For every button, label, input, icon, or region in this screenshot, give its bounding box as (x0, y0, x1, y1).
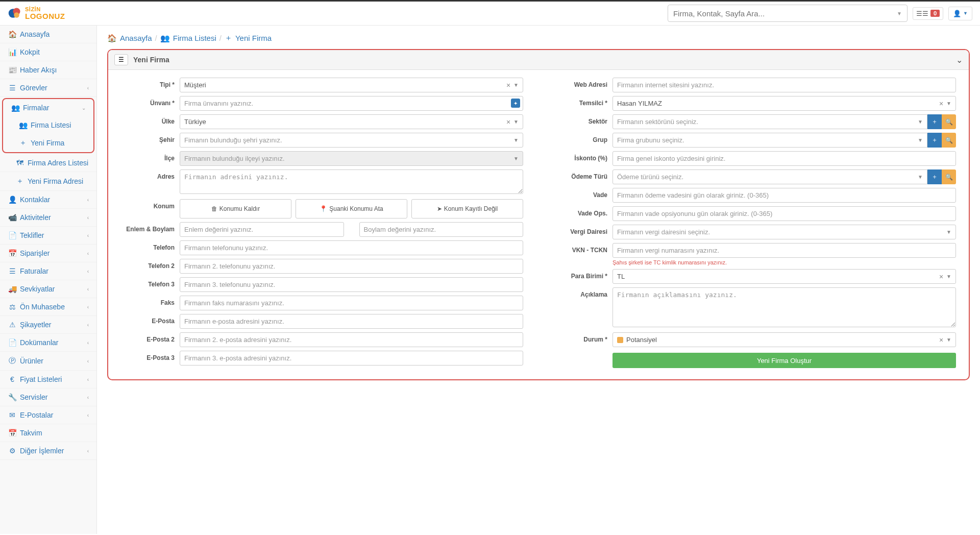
sektor-select[interactable]: Firmanın sektörünü seçiniz.▼ (612, 114, 927, 129)
autofill-icon[interactable]: ✦ (511, 99, 520, 108)
collapse-button[interactable]: ⌄ (956, 55, 963, 65)
sidebar-item[interactable]: ⚖Ön Muhasebe‹ (0, 298, 96, 316)
sidebar-item-label: Şikayetler (20, 321, 51, 329)
chevron-icon: ‹ (87, 85, 89, 91)
global-search[interactable]: ▼ (668, 5, 908, 22)
user-icon: 👤 (953, 10, 961, 17)
odeme-select[interactable]: Ödeme türünü seçiniz.▼ (612, 169, 927, 184)
faks-input[interactable] (180, 296, 523, 310)
adres-textarea[interactable] (180, 169, 523, 194)
notification-button[interactable]: ☰☰ 0 (913, 7, 943, 20)
tipi-select[interactable]: Müşteri × ▼ (180, 78, 523, 92)
eposta3-input[interactable] (180, 351, 523, 366)
temsilci-select[interactable]: Hasan YILMAZ × ▼ (612, 96, 956, 111)
search-icon: 🔍 (945, 137, 953, 144)
sidebar-item[interactable]: 🚚Sevkiyatlar‹ (0, 280, 96, 298)
search-input[interactable] (673, 9, 897, 18)
notification-count: 0 (930, 10, 940, 17)
eposta2-input[interactable] (180, 332, 523, 347)
chevron-down-icon: ▼ (897, 11, 902, 16)
sidebar-item[interactable]: 📅Siparişler‹ (0, 245, 96, 262)
konum-kaldir-button[interactable]: 🗑Konumu Kaldır (180, 199, 291, 218)
sehir-select[interactable]: Fimanın bulunduğu şehri yazınız. ▼ (180, 133, 523, 148)
tasks-icon: ☰ (8, 84, 17, 92)
search-icon: 🔍 (945, 118, 953, 126)
sidebar-item[interactable]: 📊Kokpit (0, 43, 96, 61)
eposta2-label: E-Posta 2 (121, 332, 180, 343)
sektor-label: Sektör (554, 114, 612, 125)
eposta-input[interactable] (180, 314, 523, 329)
clear-icon[interactable]: × (939, 336, 943, 344)
telefon-input[interactable] (180, 240, 523, 255)
sidebar-item[interactable]: 👤Kontaklar‹ (0, 191, 96, 209)
breadcrumb-home[interactable]: Anasayfa (120, 34, 152, 42)
temsilci-label: Temsilci * (554, 96, 612, 107)
users-icon: 👥 (18, 121, 28, 129)
form-panel: ☰ Yeni Firma ⌄ Tipi * Müşteri × (107, 49, 970, 380)
clear-icon[interactable]: × (939, 273, 943, 281)
clear-icon[interactable]: × (506, 81, 510, 89)
sidebar-item[interactable]: ✉E-Postalar‹ (0, 406, 96, 424)
durum-select[interactable]: Potansiyel × ▼ (612, 332, 956, 347)
chevron-down-icon: ▼ (946, 229, 951, 235)
sidebar-item[interactable]: ☰Görevler‹ (0, 79, 96, 97)
sidebar-item[interactable]: 📰Haber Akışı (0, 61, 96, 79)
telefon3-input[interactable] (180, 277, 523, 292)
sidebar-item-label: Sevkiyatlar (20, 285, 55, 293)
sidebar-item-firma-listesi[interactable]: 👥 Firma Listesi (3, 116, 93, 134)
sidebar-item-yeni-firma[interactable]: ＋ Yeni Firma (3, 134, 93, 152)
konum-ata-button[interactable]: 📍Şuanki Konumu Ata (296, 199, 407, 218)
sidebar-item[interactable]: €Fiyat Listeleri‹ (0, 371, 96, 388)
vade-input[interactable] (612, 188, 956, 203)
sidebar-item-label: Yeni Firma Adresi (28, 177, 83, 185)
submit-button[interactable]: Yeni Firma Oluştur (612, 353, 956, 368)
sidebar-item[interactable]: 📹Aktiviteler‹ (0, 209, 96, 227)
sidebar-item[interactable]: 📄Teklifler‹ (0, 227, 96, 245)
sektor-search-button[interactable]: 🔍 (942, 114, 956, 129)
sektor-add-button[interactable]: ＋ (927, 114, 942, 129)
mail-icon: ✉ (8, 411, 17, 419)
sidebar-item[interactable]: 🏠Anasayfa (0, 26, 96, 43)
clear-icon[interactable]: × (506, 118, 510, 126)
unvan-input[interactable] (180, 96, 523, 111)
vkn-input[interactable] (612, 243, 956, 258)
vergi-select[interactable]: Firmanın vergi dairesini seçiniz.▼ (612, 225, 956, 239)
chevron-icon: ‹ (87, 340, 89, 346)
iskonto-input[interactable] (612, 151, 956, 166)
sidebar-item[interactable]: 📅Takvim (0, 424, 96, 442)
konum-kayit-button[interactable]: ➤Konum Kayıtlı Değil (411, 199, 523, 218)
chevron-down-icon: ▼ (513, 82, 519, 88)
user-menu-button[interactable]: 👤 ▼ (948, 7, 972, 20)
sidebar-item[interactable]: ⚙Diğer İşlemler‹ (0, 442, 96, 460)
grup-add-button[interactable]: ＋ (927, 133, 942, 148)
breadcrumb-list[interactable]: Firma Listesi (173, 34, 216, 42)
panel-menu-button[interactable]: ☰ (114, 54, 128, 65)
web-input[interactable] (612, 78, 956, 92)
sidebar-item[interactable]: 🗺Firma Adres Listesi (0, 154, 96, 172)
vadeops-input[interactable] (612, 206, 956, 221)
odeme-search-button[interactable]: 🔍 (942, 169, 956, 184)
sidebar-item[interactable]: ⓅÜrünler‹ (0, 352, 96, 371)
grup-select[interactable]: Firma grubunu seçiniz.▼ (612, 133, 927, 148)
enlem-input[interactable] (180, 222, 344, 237)
select-placeholder: Fimanın bulunduğu şehri yazınız. (184, 136, 513, 144)
sidebar-item[interactable]: ⚠Şikayetler‹ (0, 316, 96, 334)
sidebar-item[interactable]: ☰Faturalar‹ (0, 262, 96, 280)
clear-icon[interactable]: × (939, 100, 943, 108)
ulke-select[interactable]: Türkiye × ▼ (180, 114, 523, 129)
sidebar-item[interactable]: ＋Yeni Firma Adresi (0, 172, 96, 191)
sidebar-item-label: Fiyat Listeleri (20, 375, 62, 383)
para-select[interactable]: TL × ▼ (612, 269, 956, 284)
aciklama-textarea[interactable] (612, 287, 956, 327)
eposta-label: E-Posta (121, 314, 180, 325)
sidebar-item[interactable]: 📄Dokümanlar‹ (0, 334, 96, 352)
boylam-input[interactable] (359, 222, 524, 237)
grup-search-button[interactable]: 🔍 (942, 133, 956, 148)
barcode-icon: ☰☰ (916, 10, 928, 17)
sidebar-item-firmalar[interactable]: 👥 Firmalar ⌄ (3, 99, 93, 116)
chevron-icon: ‹ (87, 215, 89, 221)
logo[interactable]: SİZİN LOGONUZ (8, 6, 65, 20)
sidebar-item[interactable]: 🔧Servisler‹ (0, 388, 96, 406)
odeme-add-button[interactable]: ＋ (927, 169, 942, 184)
telefon2-input[interactable] (180, 259, 523, 274)
